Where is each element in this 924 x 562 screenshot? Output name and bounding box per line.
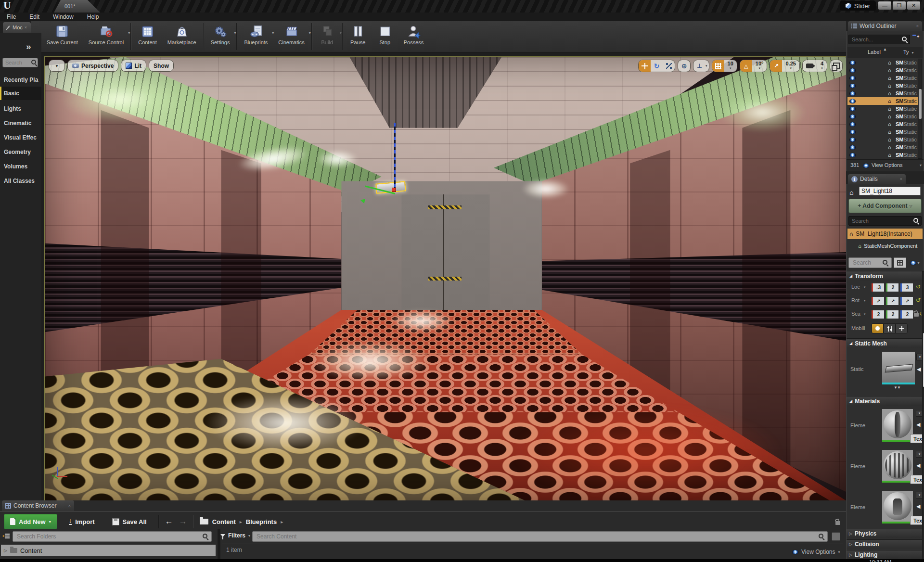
visibility-eye-icon[interactable] <box>849 61 856 65</box>
outliner-row[interactable]: ⌂SMStatic <box>847 143 919 151</box>
outliner-row[interactable]: ⌂SMStatic <box>847 74 919 82</box>
folder-tree-item-content[interactable]: ▷ Content <box>1 545 216 556</box>
camera-speed-value[interactable]: 4▾ <box>817 60 827 72</box>
chevron-down-icon[interactable]: ▾ <box>309 31 311 35</box>
stop-button[interactable]: Stop <box>372 22 398 45</box>
import-button[interactable]: ↓ Import <box>63 514 101 529</box>
scale-tool-button[interactable] <box>663 60 675 72</box>
scale-y-field[interactable]: 2 <box>886 310 898 319</box>
materials-section-header[interactable]: ◢ Materials <box>847 396 922 406</box>
viewport-options-button[interactable]: ▾ <box>49 60 65 72</box>
blueprints-button[interactable]: Blueprints ▾ <box>239 22 273 45</box>
outliner-row[interactable]: ⌂SMStatic <box>847 120 919 128</box>
mobility-static-button[interactable] <box>872 323 884 333</box>
lock-icon[interactable] <box>835 521 840 525</box>
mode-item-recently-placed[interactable]: Recently Pla <box>0 73 41 87</box>
close-icon[interactable]: × <box>900 177 902 181</box>
modes-panel-tab[interactable]: Moc × <box>3 22 31 33</box>
component-tree-root-selected[interactable]: ⌂ SM_Light18(Instance) <box>847 229 923 239</box>
visibility-eye-icon[interactable] <box>849 145 856 150</box>
visibility-eye-icon[interactable] <box>849 138 856 142</box>
surface-snapping-button[interactable]: ⊥ ▾ <box>693 60 709 72</box>
mode-item-geometry[interactable]: Geometry <box>0 145 41 159</box>
scale-snap-toggle[interactable]: ↗ <box>770 60 782 72</box>
visibility-eye-icon[interactable] <box>849 153 856 157</box>
mode-item-visual-effects[interactable]: Visual Effec <box>0 131 41 144</box>
mode-item-volumes[interactable]: Volumes <box>0 160 41 173</box>
actor-name-field[interactable] <box>859 187 921 195</box>
save-all-button[interactable]: Save All <box>106 514 153 529</box>
outliner-row-selected[interactable]: ⌂SMStatic <box>847 97 919 105</box>
transform-section-header[interactable]: ◢ Transform <box>847 271 922 281</box>
search-folders-box[interactable] <box>13 531 212 542</box>
world-outliner-tab[interactable]: World Outliner × <box>848 21 922 31</box>
menu-window[interactable]: Window <box>46 13 80 20</box>
scrollbar-thumb[interactable] <box>919 89 922 119</box>
visibility-eye-icon[interactable] <box>849 130 856 134</box>
menu-edit[interactable]: Edit <box>23 13 46 20</box>
grid-snap-value[interactable]: 10▾ <box>724 60 737 72</box>
title-bar[interactable]: U 001* Slider — ❐ ✕ <box>0 0 924 13</box>
add-component-button[interactable]: + Add Component ▽ <box>848 199 922 213</box>
possess-button[interactable]: Possess <box>398 22 429 45</box>
camera-speed-button[interactable] <box>803 60 817 72</box>
chevron-down-icon[interactable]: ▾ <box>864 299 866 303</box>
component-tree-child[interactable]: ⌂ StaticMeshComponent <box>847 241 923 251</box>
cb-view-options-button[interactable]: View Options ▾ <box>792 549 840 555</box>
use-selected-arrow-icon[interactable]: ◀ <box>916 503 920 510</box>
marketplace-button[interactable]: Marketplace <box>162 22 202 45</box>
outliner-row[interactable]: ⌂SMStatic <box>847 113 919 120</box>
mode-item-cinematic[interactable]: Cinematic <box>0 116 41 130</box>
add-new-button[interactable]: Add New ▾ <box>4 514 57 529</box>
outliner-row[interactable]: ⌂SMStatic <box>847 151 919 159</box>
content-browser-tab[interactable]: Content Browser × <box>2 500 74 511</box>
maximize-viewport-button[interactable] <box>830 60 843 72</box>
component-search-box[interactable] <box>848 216 922 226</box>
visibility-eye-icon[interactable] <box>849 76 856 80</box>
outliner-row[interactable]: ⌂SMStatic <box>847 59 919 66</box>
forward-arrow-icon[interactable]: → <box>179 517 187 526</box>
outliner-scrollbar[interactable] <box>918 59 922 159</box>
perspective-button[interactable]: Perspective <box>67 60 118 72</box>
visibility-eye-icon[interactable] <box>849 99 856 103</box>
mobility-movable-button[interactable] <box>896 323 908 333</box>
modes-search-box[interactable] <box>2 58 38 67</box>
cinematics-button[interactable]: Cinematics ▾ <box>273 22 309 45</box>
component-search-input[interactable] <box>851 217 913 224</box>
reset-location-icon[interactable]: ↺ <box>916 284 921 290</box>
outliner-row[interactable]: ⌂SMStatic <box>847 136 919 143</box>
details-tab[interactable]: i Details × <box>848 174 906 184</box>
close-button[interactable]: ✕ <box>907 1 920 10</box>
use-selected-arrow-icon[interactable]: ◀ <box>917 366 921 372</box>
reset-rotation-icon[interactable]: ↺ <box>916 297 921 303</box>
rotate-tool-button[interactable]: ↻ <box>651 60 663 72</box>
close-icon[interactable]: × <box>68 503 71 508</box>
rotation-x-field[interactable]: ↗ <box>872 297 884 305</box>
mode-item-lights[interactable]: Lights <box>0 102 41 115</box>
close-icon[interactable]: × <box>25 25 27 30</box>
use-selected-arrow-icon[interactable]: ◀ <box>916 462 920 469</box>
menu-help[interactable]: Help <box>80 13 106 20</box>
outliner-row[interactable]: ⌂SMStatic <box>847 128 919 136</box>
outliner-row[interactable]: ⌂SMStatic <box>847 89 919 97</box>
show-button[interactable]: Show <box>149 60 174 72</box>
location-z-field[interactable]: 3 <box>900 283 913 292</box>
expand-thumbnail-icon[interactable]: ▼▼ <box>894 385 900 390</box>
search-content-box[interactable] <box>252 531 828 542</box>
mode-item-all-classes[interactable]: All Classes <box>0 174 41 188</box>
save-current-button[interactable]: Save Current <box>41 22 83 45</box>
viewport-3d-scene[interactable]: ▾ Perspective Lit Show ↻ ⊕ <box>44 56 847 501</box>
location-y-field[interactable]: 2 <box>886 283 898 292</box>
location-x-field[interactable]: -3 <box>872 283 884 292</box>
use-selected-arrow-icon[interactable]: ◀ <box>916 422 920 428</box>
visibility-eye-icon[interactable] <box>849 107 856 111</box>
property-search-box[interactable] <box>848 257 892 268</box>
property-visibility-button[interactable]: ▾ <box>908 257 922 268</box>
property-search-input[interactable] <box>852 259 883 267</box>
chevron-down-icon[interactable]: ▾ <box>864 312 866 316</box>
visibility-eye-icon[interactable] <box>849 91 856 96</box>
outliner-row[interactable]: ⌂SMStatic <box>847 105 919 113</box>
lit-mode-button[interactable]: Lit <box>121 60 146 72</box>
rotation-z-field[interactable]: ↗ <box>900 297 913 305</box>
breadcrumb-content[interactable]: Content <box>212 518 236 525</box>
